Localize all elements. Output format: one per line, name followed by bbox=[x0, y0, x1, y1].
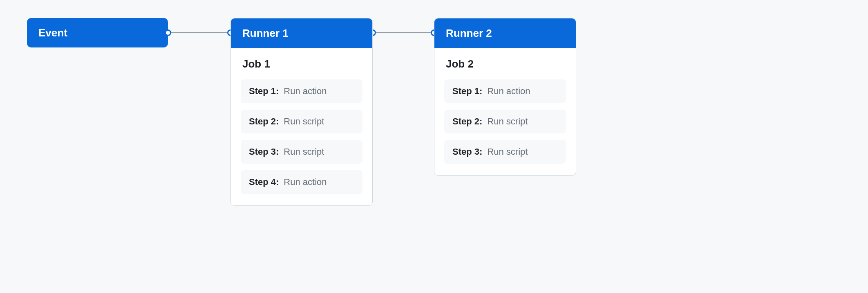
job-body: Job 2 Step 1: Run action Step 2: Run scr… bbox=[434, 48, 576, 175]
step-label: Step 1: bbox=[452, 86, 482, 97]
job-title: Job 1 bbox=[242, 58, 362, 70]
step-item: Step 4: Run action bbox=[241, 170, 362, 194]
runner-card-1: Runner 1 Job 1 Step 1: Run action Step 2… bbox=[230, 18, 373, 206]
step-item: Step 2: Run script bbox=[444, 110, 566, 133]
connector-line bbox=[373, 32, 434, 33]
step-description: Run script bbox=[487, 116, 528, 127]
step-description: Run script bbox=[487, 146, 528, 157]
event-node: Event bbox=[27, 18, 168, 47]
runner-title: Runner 1 bbox=[242, 27, 289, 40]
step-description: Run action bbox=[284, 177, 327, 187]
runner-header: Runner 1 bbox=[231, 18, 372, 48]
step-item: Step 3: Run script bbox=[241, 140, 362, 164]
step-label: Step 2: bbox=[452, 116, 482, 127]
step-list: Step 1: Run action Step 2: Run script St… bbox=[444, 79, 566, 164]
runner-card-2: Runner 2 Job 2 Step 1: Run action Step 2… bbox=[434, 18, 576, 176]
step-description: Run action bbox=[284, 86, 327, 97]
step-description: Run action bbox=[487, 86, 530, 97]
step-label: Step 3: bbox=[249, 146, 279, 157]
step-label: Step 3: bbox=[452, 146, 482, 157]
step-label: Step 2: bbox=[249, 116, 279, 127]
step-item: Step 3: Run script bbox=[444, 140, 566, 164]
connector-line bbox=[168, 32, 230, 33]
runner-header: Runner 2 bbox=[434, 18, 576, 48]
workflow-diagram: Event Runner 1 Job 1 Step 1: Run action … bbox=[0, 0, 868, 293]
step-list: Step 1: Run action Step 2: Run script St… bbox=[241, 79, 362, 194]
runner-title: Runner 2 bbox=[446, 27, 492, 40]
step-item: Step 2: Run script bbox=[241, 110, 362, 133]
step-item: Step 1: Run action bbox=[241, 79, 362, 103]
step-description: Run script bbox=[284, 116, 324, 127]
job-body: Job 1 Step 1: Run action Step 2: Run scr… bbox=[231, 48, 372, 205]
step-description: Run script bbox=[284, 146, 324, 157]
step-item: Step 1: Run action bbox=[444, 79, 566, 103]
step-label: Step 4: bbox=[249, 177, 279, 187]
event-label: Event bbox=[38, 27, 67, 39]
connection-port-icon bbox=[165, 29, 171, 36]
step-label: Step 1: bbox=[249, 86, 279, 97]
job-title: Job 2 bbox=[446, 58, 566, 70]
